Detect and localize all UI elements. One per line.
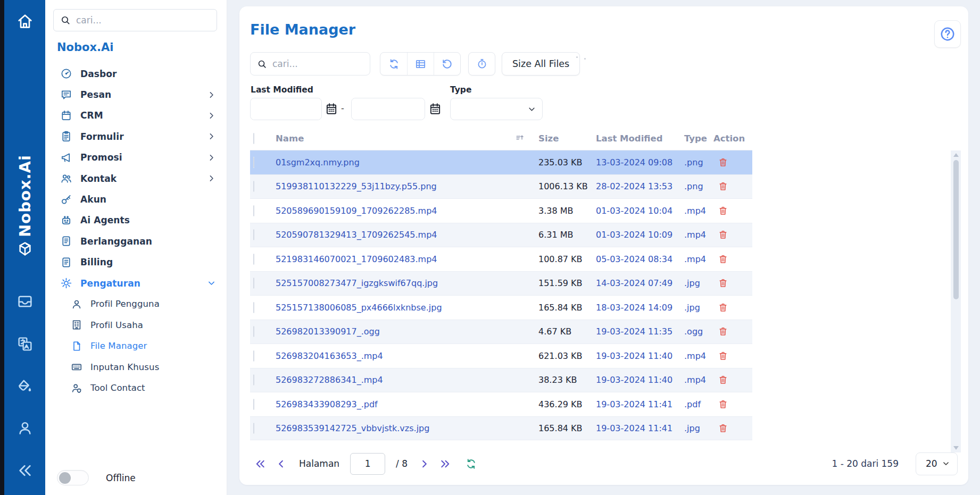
select-all-checkbox[interactable]: [253, 133, 254, 144]
delete-button[interactable]: [718, 254, 728, 265]
sidebar-item-dasbor[interactable]: Dasbor: [45, 63, 227, 84]
file-search[interactable]: [250, 52, 370, 75]
row-checkbox[interactable]: [253, 229, 254, 240]
column-modified[interactable]: Last Modified: [596, 133, 684, 144]
profile-icon[interactable]: [4, 420, 45, 437]
table-scrollbar[interactable]: [951, 150, 961, 452]
scroll-down-arrow[interactable]: [953, 446, 959, 450]
paint-bucket-icon[interactable]: [4, 378, 45, 395]
refresh-button[interactable]: [380, 53, 407, 75]
file-name-link[interactable]: 525157138006085_px4666lxknbse.jpg: [276, 303, 442, 313]
row-checkbox[interactable]: [253, 157, 254, 168]
sidebar-item-file-manager[interactable]: File Manager: [45, 335, 227, 356]
help-button[interactable]: [934, 20, 961, 48]
file-name-link[interactable]: 525157008273477_igzgkswif67qq.jpg: [276, 278, 438, 288]
row-checkbox[interactable]: [253, 205, 254, 216]
sidebar-item-label: Formulir: [80, 131, 124, 142]
last-page-button[interactable]: [439, 458, 451, 470]
next-page-button[interactable]: [418, 458, 430, 470]
calendar-icon[interactable]: [325, 102, 338, 116]
table-toolbar-group: [380, 52, 461, 75]
sidebar-item-promosi[interactable]: Promosi: [45, 147, 227, 168]
sidebar-item-berlangganan[interactable]: Berlangganan: [45, 231, 227, 251]
sort-icon[interactable]: [515, 133, 525, 144]
sidebar-item-profil-usaha[interactable]: Profil Usaha: [45, 315, 227, 335]
home-icon[interactable]: [4, 13, 45, 30]
row-checkbox[interactable]: [253, 374, 254, 385]
translate-icon[interactable]: [4, 335, 45, 353]
file-name-link[interactable]: 519938110132229_53j11bzy.p55.png: [276, 181, 437, 191]
sidebar-item-pesan[interactable]: Pesan: [45, 84, 227, 105]
sidebar-search-input[interactable]: [76, 15, 210, 26]
range-text: 1 - 20 dari 159: [832, 458, 899, 469]
sidebar-item-ai-agents[interactable]: Ai Agents: [45, 210, 227, 231]
file-search-input[interactable]: [272, 58, 363, 69]
scrollbar-thumb[interactable]: [953, 160, 959, 299]
column-type[interactable]: Type: [684, 133, 713, 144]
file-name-link[interactable]: 520590781329413_1709262545.mp4: [276, 230, 437, 240]
file-name-link[interactable]: 01sgm2xq.nmy.png: [276, 157, 360, 167]
file-name-link[interactable]: 526983272886341_.mp4: [276, 375, 383, 385]
row-checkbox[interactable]: [253, 423, 254, 434]
row-checkbox[interactable]: [253, 302, 254, 313]
scroll-up-arrow[interactable]: [953, 153, 959, 157]
page-size-select[interactable]: 20: [916, 452, 958, 475]
sidebar-search[interactable]: [53, 9, 217, 31]
delete-button[interactable]: [718, 181, 728, 192]
row-checkbox[interactable]: [253, 181, 254, 192]
delete-button[interactable]: [718, 399, 728, 410]
reload-table-button[interactable]: [465, 458, 477, 470]
trash-icon: [718, 278, 728, 289]
type-select[interactable]: [450, 98, 543, 120]
sidebar-item-billing[interactable]: Billing: [45, 252, 227, 273]
delete-button[interactable]: [718, 302, 728, 313]
timer-button[interactable]: [468, 52, 495, 75]
prev-page-button[interactable]: [275, 458, 287, 470]
sidebar-item-kontak[interactable]: Kontak: [45, 168, 227, 189]
file-name-link[interactable]: 526983204163653_.mp4: [276, 351, 383, 361]
user-shield-icon: [71, 382, 82, 394]
row-checkbox[interactable]: [253, 254, 254, 265]
sidebar-item-formulir[interactable]: Formulir: [45, 126, 227, 147]
row-checkbox[interactable]: [253, 326, 254, 337]
delete-button[interactable]: [718, 205, 728, 216]
file-name-link[interactable]: 521983146070021_1709602483.mp4: [276, 254, 437, 264]
size-all-files-button[interactable]: Size All Files: [502, 52, 580, 75]
first-page-button[interactable]: [254, 458, 267, 470]
sidebar-item-akun[interactable]: Akun: [45, 189, 227, 209]
file-name-link[interactable]: 526983433908293_.pdf: [276, 399, 378, 409]
collapse-sidebar-icon[interactable]: [4, 462, 45, 479]
delete-button[interactable]: [718, 350, 728, 362]
delete-button[interactable]: [718, 157, 728, 168]
sidebar-item-tool-contact[interactable]: Tool Contact: [45, 377, 227, 398]
sidebar-item-profil-pengguna[interactable]: Profil Pengguna: [45, 293, 227, 314]
row-checkbox[interactable]: [253, 350, 254, 362]
row-checkbox[interactable]: [253, 399, 254, 410]
delete-button[interactable]: [718, 326, 728, 337]
inbox-tray-icon[interactable]: [4, 293, 45, 310]
sidebar-item-inputan-khusus[interactable]: Inputan Khusus: [45, 356, 227, 377]
table-view-button[interactable]: [407, 53, 434, 75]
page-number-input[interactable]: [350, 453, 385, 475]
sidebar-item-pengaturan[interactable]: Pengaturan: [45, 273, 227, 293]
column-size[interactable]: Size: [538, 133, 596, 144]
user-icon: [71, 298, 82, 310]
column-name[interactable]: Name: [276, 133, 515, 144]
file-name-link[interactable]: 526983539142725_vbbvjstk.vzs.jpg: [276, 423, 429, 433]
offline-toggle[interactable]: [57, 470, 89, 485]
delete-button[interactable]: [718, 423, 728, 434]
delete-button[interactable]: [718, 374, 728, 385]
row-checkbox[interactable]: [253, 278, 254, 289]
calendar-icon[interactable]: [428, 102, 442, 116]
file-size: 235.03 KB: [538, 157, 596, 167]
date-to-input[interactable]: [352, 98, 425, 120]
file-name-link[interactable]: 520589690159109_1709262285.mp4: [276, 206, 437, 216]
date-from-input[interactable]: [251, 98, 321, 120]
reset-button[interactable]: [434, 53, 460, 75]
delete-button[interactable]: [718, 229, 728, 240]
file-name-link[interactable]: 526982013390917_.ogg: [276, 326, 380, 337]
file-modified: 01-03-2024 10:04: [596, 206, 684, 216]
delete-button[interactable]: [718, 278, 728, 289]
users-icon: [60, 172, 72, 184]
sidebar-item-crm[interactable]: CRM: [45, 105, 227, 126]
